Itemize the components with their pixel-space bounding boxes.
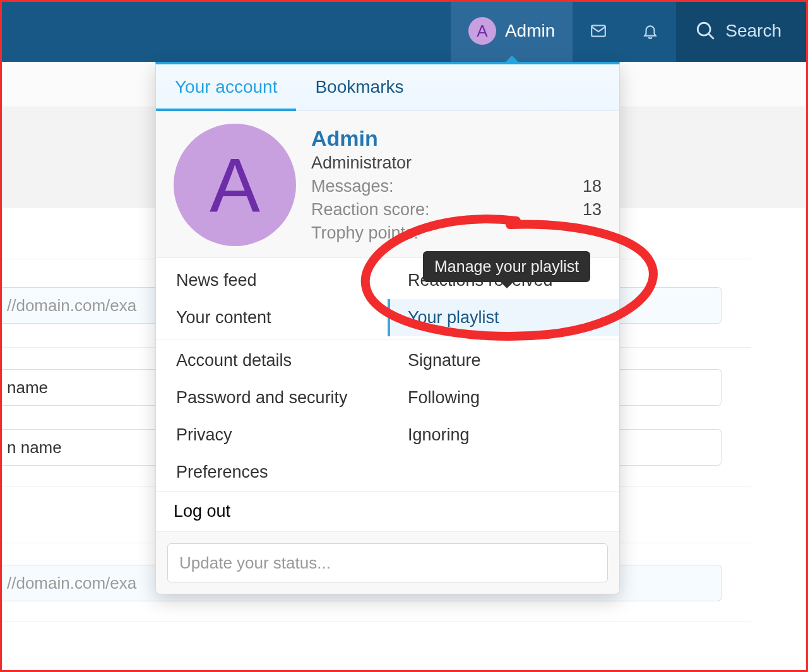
bg-row — [2, 622, 751, 622]
stat-label: Trophy points: — [311, 223, 419, 243]
bell-icon — [642, 20, 658, 42]
stat-messages: Messages: 18 — [311, 177, 602, 196]
link-privacy[interactable]: Privacy — [156, 416, 388, 454]
stat-value: 18 — [583, 177, 602, 196]
divider — [156, 339, 619, 339]
nav-user-menu[interactable]: A Admin — [451, 0, 573, 62]
link-your-playlist[interactable]: Your playlist — [388, 299, 619, 336]
stat-label: Reaction score: — [311, 200, 430, 220]
profile-meta: Admin Administrator Messages: 18 Reactio… — [311, 124, 602, 246]
tab-your-account[interactable]: Your account — [156, 64, 296, 111]
inbox-button[interactable] — [573, 0, 624, 62]
stat-trophy: Trophy points: — [311, 223, 602, 243]
profile-block: A Admin Administrator Messages: 18 React… — [156, 111, 619, 258]
svg-point-1 — [698, 23, 711, 35]
alerts-button[interactable] — [624, 0, 676, 62]
search-icon — [695, 20, 716, 42]
avatar: A — [468, 17, 496, 45]
link-following[interactable]: Following — [388, 379, 619, 416]
nav-user-label: Admin — [505, 21, 555, 41]
profile-name[interactable]: Admin — [311, 126, 602, 151]
link-signature[interactable]: Signature — [388, 342, 619, 379]
search-button[interactable]: Search — [676, 0, 808, 62]
link-log-out[interactable]: Log out — [156, 491, 619, 531]
stat-reaction: Reaction score: 13 — [311, 200, 602, 220]
envelope-icon — [590, 20, 607, 42]
dropdown-tabs: Your account Bookmarks — [156, 64, 619, 111]
stat-value: 13 — [583, 200, 602, 220]
link-preferences[interactable]: Preferences — [156, 454, 388, 491]
topbar: A Admin Search — [0, 0, 808, 62]
link-your-content[interactable]: Your content — [156, 299, 388, 336]
link-password-security[interactable]: Password and security — [156, 379, 388, 416]
link-news-feed[interactable]: News feed — [156, 262, 388, 299]
tooltip-manage-playlist: Manage your playlist — [423, 251, 590, 282]
link-ignoring[interactable]: Ignoring — [388, 416, 619, 454]
tab-bookmarks[interactable]: Bookmarks — [296, 64, 422, 110]
avatar-large[interactable]: A — [174, 124, 296, 246]
dropdown-links: News feed Reactions received Your conten… — [156, 258, 619, 491]
status-area — [156, 531, 619, 594]
search-label: Search — [725, 21, 781, 41]
status-input[interactable] — [167, 543, 608, 582]
link-account-details[interactable]: Account details — [156, 342, 388, 379]
profile-role: Administrator — [311, 153, 602, 173]
account-dropdown: Your account Bookmarks A Admin Administr… — [155, 62, 620, 594]
stat-label: Messages: — [311, 177, 394, 196]
